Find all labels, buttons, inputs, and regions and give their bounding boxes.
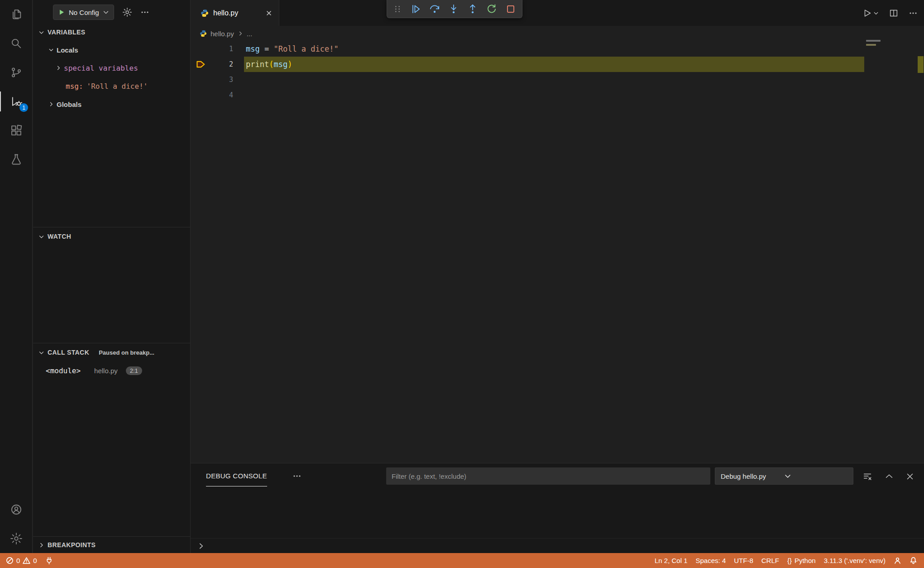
notifications-bell-icon[interactable]: [905, 553, 921, 568]
editor-more-actions-icon[interactable]: [909, 9, 918, 18]
code-line-1: 1 msg = "Roll a dice!": [191, 41, 924, 57]
maximize-panel-icon[interactable]: [884, 472, 894, 481]
sidebar-item-extensions[interactable]: [0, 116, 32, 145]
run-python-file-button[interactable]: [862, 8, 879, 18]
debug-continue-icon[interactable]: [410, 3, 421, 15]
close-panel-icon[interactable]: [905, 472, 915, 481]
debug-session-dropdown[interactable]: Debug hello.py: [715, 467, 853, 485]
sidebar-item-testing[interactable]: [0, 145, 32, 174]
chevron-right-icon: [48, 101, 54, 107]
debug-settings-gear-icon[interactable]: [122, 7, 132, 17]
console-repl-input[interactable]: [191, 538, 924, 553]
debug-restart-icon[interactable]: [486, 3, 498, 15]
call-stack-section: CALL STACK Paused on breakp... <module> …: [33, 343, 190, 380]
cursor-position-status[interactable]: Ln 2, Col 1: [651, 553, 692, 568]
tab-hello-py[interactable]: hello.py: [191, 0, 279, 26]
debug-step-over-icon[interactable]: [429, 3, 440, 15]
status-bar: 0 0 Ln 2, Col 1 Spaces: 4 UTF-8 CRLF {} …: [0, 553, 924, 568]
line-number: 3: [211, 76, 233, 84]
debug-count-badge: 1: [19, 103, 28, 112]
variable-msg[interactable]: msg: 'Roll a dice!': [33, 77, 190, 95]
breadcrumb-symbol[interactable]: ...: [247, 30, 253, 38]
code-line-2: 2 print(msg): [191, 57, 924, 72]
gear-icon: [10, 532, 23, 545]
problems-status[interactable]: 0 0: [2, 553, 41, 568]
watch-section-header[interactable]: WATCH: [33, 227, 190, 245]
scope-locals[interactable]: Locals: [33, 41, 190, 59]
beaker-icon: [10, 153, 23, 166]
debug-step-into-icon[interactable]: [448, 3, 460, 15]
call-stack-frame[interactable]: <module> hello.py 2:1: [33, 361, 190, 380]
debug-step-out-icon[interactable]: [467, 3, 479, 15]
chevron-down-icon: [103, 9, 109, 15]
sidebar-more-actions-icon[interactable]: [140, 8, 149, 17]
debug-toolbar: [387, 0, 522, 18]
debug-config-label: No Config: [69, 9, 99, 16]
line-number: 4: [211, 91, 233, 99]
panel-header: DEBUG CONSOLE Debug hello.py: [191, 463, 924, 489]
debug-attach-icon[interactable]: [41, 553, 57, 568]
debug-config-dropdown[interactable]: No Config: [53, 5, 114, 20]
chevron-right-icon: [238, 31, 243, 36]
toolbar-drag-grip[interactable]: [393, 4, 402, 14]
encoding-status[interactable]: UTF-8: [730, 553, 757, 568]
chevron-down-icon: [38, 234, 44, 240]
bottom-panel: DEBUG CONSOLE Debug hello.py: [191, 463, 924, 553]
frame-position-badge: 2:1: [126, 366, 142, 375]
call-stack-section-header[interactable]: CALL STACK Paused on breakp...: [33, 343, 190, 361]
files-icon: [10, 8, 23, 21]
sidebar-item-source-control[interactable]: [0, 58, 32, 87]
tab-debug-console[interactable]: DEBUG CONSOLE: [206, 463, 267, 489]
python-file-icon: [201, 9, 209, 17]
split-editor-icon[interactable]: [889, 8, 899, 18]
accounts-button[interactable]: [0, 495, 32, 524]
warning-icon: [23, 557, 30, 564]
panel-more-actions-icon[interactable]: [292, 472, 302, 481]
debug-stop-icon[interactable]: [505, 3, 517, 15]
editor-tab-bar: hello.py: [191, 0, 924, 26]
variables-section: VARIABLES Locals special variables msg: …: [33, 24, 190, 113]
tab-close-icon[interactable]: [265, 10, 273, 17]
line-number: 1: [211, 45, 233, 53]
breakpoints-section: BREAKPOINTS: [33, 536, 190, 553]
editor-actions: [862, 0, 918, 26]
editor-group: hello.py hello.py ... 1 msg = "Roll a di…: [191, 0, 924, 463]
manage-button[interactable]: [0, 524, 32, 553]
breadcrumb[interactable]: hello.py ...: [191, 26, 924, 41]
sidebar-item-search[interactable]: [0, 29, 32, 58]
python-file-icon: [200, 30, 207, 37]
chevron-right-icon: [198, 543, 205, 549]
code-line-3: 3: [191, 72, 924, 87]
debug-current-line-arrow-icon[interactable]: [196, 59, 206, 69]
account-icon: [10, 503, 23, 516]
indentation-status[interactable]: Spaces: 4: [692, 553, 730, 568]
python-interpreter-status[interactable]: 3.11.3 ('.venv': venv): [820, 553, 890, 568]
scope-globals[interactable]: Globals: [33, 95, 190, 113]
code-editor[interactable]: 1 msg = "Roll a dice!" 2 print(msg) 3 4: [191, 41, 924, 463]
breadcrumb-file[interactable]: hello.py: [211, 30, 234, 38]
remote-person-icon[interactable]: [890, 553, 905, 568]
chevron-down-icon: [48, 47, 54, 53]
sidebar-item-explorer[interactable]: [0, 0, 32, 29]
debug-console-output[interactable]: [191, 489, 924, 538]
error-icon: [6, 557, 14, 564]
breakpoints-section-header[interactable]: BREAKPOINTS: [33, 537, 190, 553]
special-variables-group[interactable]: special variables: [33, 59, 190, 77]
chevron-down-icon: [784, 472, 847, 480]
debug-sidebar-toolbar: No Config: [33, 0, 190, 24]
variables-section-header[interactable]: VARIABLES: [33, 24, 190, 41]
console-filter-input[interactable]: [386, 467, 710, 485]
paused-status-text: Paused on breakp...: [99, 349, 154, 356]
code-line-4: 4: [191, 87, 924, 103]
sidebar-item-run-debug[interactable]: 1: [0, 87, 32, 116]
start-debug-icon[interactable]: [58, 9, 65, 16]
extensions-icon: [10, 124, 23, 137]
source-control-icon: [10, 66, 23, 79]
search-icon: [10, 37, 23, 50]
clear-console-icon[interactable]: [862, 472, 872, 481]
language-mode-status[interactable]: {} Python: [783, 553, 820, 568]
chevron-right-icon: [38, 542, 44, 548]
watch-section: WATCH: [33, 227, 190, 245]
braces-icon: {}: [787, 557, 792, 564]
eol-status[interactable]: CRLF: [757, 553, 783, 568]
